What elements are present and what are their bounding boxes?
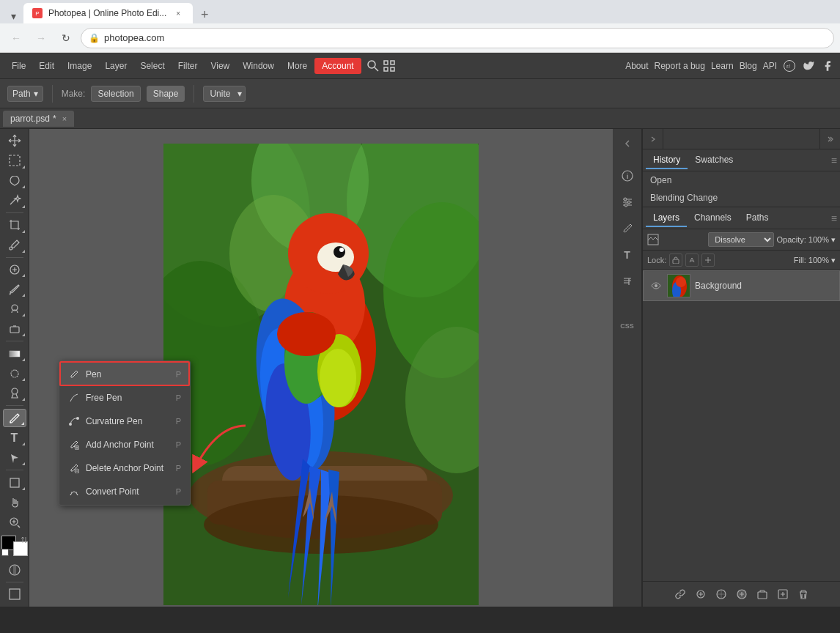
menu-layer[interactable]: Layer	[99, 58, 133, 74]
reset-colors-btn[interactable]	[1, 549, 9, 556]
pen-menu-free-pen[interactable]: Free Pen P	[59, 386, 190, 410]
tab-list-button[interactable]: ▾	[6, 9, 21, 23]
fill-arrow[interactable]: ▾	[831, 256, 836, 265]
canvas-area[interactable]: Pen P Free Pen P Curvature Pen P	[29, 129, 613, 607]
tool-clone[interactable]	[3, 300, 26, 318]
opacity-arrow[interactable]: ▾	[831, 235, 836, 245]
fullscreen-icon[interactable]	[382, 59, 397, 73]
adjustments-icon[interactable]	[616, 190, 639, 214]
tool-eyedropper[interactable]	[3, 236, 26, 254]
tool-shape[interactable]	[3, 473, 26, 492]
make-shape-btn[interactable]: Shape	[147, 86, 185, 102]
fill-value[interactable]: 100%	[808, 256, 829, 264]
history-item-open[interactable]: Open	[643, 171, 840, 189]
layer-thumbnail-btn[interactable]	[647, 234, 705, 245]
delete-layer-btn[interactable]	[795, 586, 811, 602]
tab-layers[interactable]: Layers	[646, 210, 687, 227]
tool-blur[interactable]	[3, 364, 26, 382]
address-bar[interactable]: 🔒 photopea.com	[81, 28, 834, 48]
browser-tab-main[interactable]: P Photopea | Online Photo Edi... ×	[23, 3, 193, 23]
pen-menu-add-anchor[interactable]: Add Anchor Point P	[59, 433, 190, 456]
add-layer-btn[interactable]	[775, 586, 791, 602]
back-button[interactable]: ←	[6, 28, 26, 48]
menu-file[interactable]: File	[6, 58, 32, 74]
link-layers-btn[interactable]	[672, 586, 688, 602]
brush-icon[interactable]	[616, 217, 639, 240]
add-adjustment-btn[interactable]	[734, 586, 750, 602]
lock-pixels-btn[interactable]	[669, 253, 682, 267]
lock-position-btn[interactable]	[701, 253, 715, 267]
tab-paths[interactable]: Paths	[739, 210, 776, 227]
tool-healing[interactable]	[3, 260, 26, 278]
tool-screen-mode[interactable]	[3, 585, 26, 604]
tool-dodge[interactable]	[3, 384, 26, 402]
document-tab[interactable]: parrot.psd * ×	[3, 111, 74, 127]
tool-quick-mask[interactable]	[3, 560, 26, 579]
tool-hand[interactable]	[3, 493, 26, 511]
layer-visibility-btn[interactable]	[649, 279, 663, 292]
tool-pen[interactable]	[3, 409, 26, 427]
add-style-btn[interactable]	[693, 586, 709, 602]
panel-collapse-left[interactable]	[616, 132, 639, 155]
menu-window[interactable]: Window	[237, 58, 280, 74]
tool-eraser[interactable]	[3, 319, 26, 338]
tool-text[interactable]: T	[3, 429, 26, 447]
reddit-icon[interactable]: r/	[783, 59, 796, 73]
add-mask-btn[interactable]	[713, 586, 729, 602]
tool-gradient[interactable]	[3, 344, 26, 363]
history-item-blending[interactable]: Blending Change	[643, 189, 840, 207]
background-color[interactable]	[13, 541, 28, 556]
tool-magic-wand[interactable]	[3, 191, 26, 210]
info-icon[interactable]	[616, 164, 639, 188]
tool-lasso[interactable]	[3, 171, 26, 190]
history-menu-btn[interactable]: ≡	[831, 155, 837, 166]
twitter-icon[interactable]	[802, 59, 815, 73]
menu-api[interactable]: API	[763, 61, 777, 71]
search-icon[interactable]	[366, 59, 380, 73]
menu-blog[interactable]: Blog	[740, 61, 757, 71]
tab-close-button[interactable]: ×	[172, 7, 184, 19]
pen-menu-pen[interactable]: Pen P	[59, 363, 190, 386]
make-selection-btn[interactable]: Selection	[91, 86, 140, 102]
text-tool-icon[interactable]: T	[616, 243, 639, 267]
menu-learn[interactable]: Learn	[711, 61, 734, 71]
swap-colors-btn[interactable]	[21, 536, 28, 543]
pen-menu-delete-anchor[interactable]: Delete Anchor Point P	[59, 456, 190, 480]
new-tab-button[interactable]: +	[196, 6, 213, 23]
layers-menu-btn[interactable]: ≡	[831, 212, 837, 224]
tool-zoom[interactable]	[3, 513, 26, 531]
path-dropdown[interactable]: Path ▾	[7, 86, 43, 102]
tab-channels[interactable]: Channels	[687, 210, 739, 227]
lock-image-btn[interactable]	[685, 253, 699, 267]
paragraph-icon[interactable]	[616, 270, 639, 293]
menu-report-bug[interactable]: Report a bug	[655, 61, 705, 71]
blend-mode-select[interactable]: Dissolve Normal Multiply Screen	[708, 232, 773, 247]
panel-collapse-button[interactable]	[643, 129, 663, 149]
doc-tab-close[interactable]: ×	[62, 114, 67, 123]
panel-expand-button[interactable]	[819, 129, 840, 149]
pen-menu-curvature[interactable]: Curvature Pen P	[59, 410, 190, 433]
pen-menu-convert[interactable]: Convert Point P	[59, 480, 190, 503]
tool-brush[interactable]	[3, 280, 26, 298]
facebook-icon[interactable]	[821, 59, 834, 73]
menu-view[interactable]: View	[205, 58, 235, 74]
menu-image[interactable]: Image	[62, 58, 97, 74]
menu-edit[interactable]: Edit	[33, 58, 60, 74]
tool-crop[interactable]	[3, 216, 26, 234]
add-group-btn[interactable]	[754, 586, 770, 602]
menu-filter[interactable]: Filter	[172, 58, 204, 74]
layer-background[interactable]: Background	[643, 270, 840, 301]
refresh-button[interactable]: ↻	[56, 28, 76, 48]
fg-bg-colors[interactable]	[1, 536, 28, 556]
menu-select[interactable]: Select	[134, 58, 170, 74]
tool-marquee[interactable]	[3, 152, 26, 170]
forward-button[interactable]: →	[31, 28, 51, 48]
tab-swatches[interactable]: Swatches	[688, 152, 740, 169]
tab-history[interactable]: History	[646, 152, 688, 169]
tool-move[interactable]	[3, 132, 26, 150]
opacity-value[interactable]: 100%	[808, 235, 829, 244]
menu-account[interactable]: Account	[314, 58, 361, 74]
css-icon[interactable]: CSS	[616, 314, 639, 337]
menu-about[interactable]: About	[625, 61, 648, 71]
tool-path-select[interactable]	[3, 448, 26, 467]
